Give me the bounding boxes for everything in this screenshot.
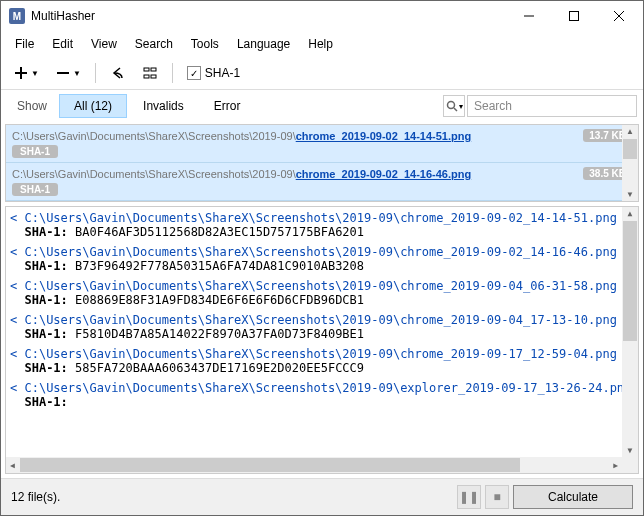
svg-rect-10 — [151, 75, 156, 78]
dropdown-icon: ▾ — [459, 102, 463, 111]
svg-rect-9 — [144, 75, 149, 78]
menu-file[interactable]: File — [7, 33, 42, 55]
file-name[interactable]: chrome_2019-09-02_14-16-46.png — [296, 168, 471, 180]
hash-entry: < C:\Users\Gavin\Documents\ShareX\Screen… — [10, 313, 634, 341]
hash-value: F5810D4B7A85A14022F8970A37FA0D73F8409BE1 — [75, 327, 364, 341]
menu-language[interactable]: Language — [229, 33, 298, 55]
hash-path[interactable]: C:\Users\Gavin\Documents\ShareX\Screensh… — [24, 245, 616, 259]
menu-tools[interactable]: Tools — [183, 33, 227, 55]
tab-invalids[interactable]: Invalids — [129, 95, 198, 117]
maximize-button[interactable] — [551, 2, 596, 30]
scroll-right-icon[interactable]: ▶ — [609, 461, 622, 470]
undo-button[interactable] — [104, 61, 132, 85]
hash-entry: < C:\Users\Gavin\Documents\ShareX\Screen… — [10, 211, 634, 239]
scroll-thumb[interactable] — [20, 458, 520, 472]
file-path: C:\Users\Gavin\Documents\ShareX\Screensh… — [12, 130, 296, 142]
tab-all[interactable]: All (12) — [59, 94, 127, 118]
hash-checkbox[interactable]: ✓ SHA-1 — [187, 66, 240, 80]
hash-label: SHA-1: — [24, 293, 67, 307]
hash-label: SHA-1: — [24, 327, 67, 341]
calculate-button[interactable]: Calculate — [513, 485, 633, 509]
scroll-down-icon[interactable]: ▼ — [626, 444, 635, 457]
app-icon: M — [9, 8, 25, 24]
hash-badge: SHA-1 — [12, 145, 58, 158]
hash-path[interactable]: C:\Users\Gavin\Documents\ShareX\Screensh… — [24, 279, 616, 293]
scroll-up-icon[interactable]: ▲ — [624, 125, 636, 138]
hash-entry: < C:\Users\Gavin\Documents\ShareX\Screen… — [10, 279, 634, 307]
menu-edit[interactable]: Edit — [44, 33, 81, 55]
menu-help[interactable]: Help — [300, 33, 341, 55]
scroll-corner — [622, 457, 638, 473]
hash-badge: SHA-1 — [12, 183, 58, 196]
add-button[interactable]: ▼ — [7, 61, 45, 85]
hash-value: E08869E88F31A9FD834DE6F6E6F6D6CFDB96DCB1 — [75, 293, 364, 307]
search-icon-button[interactable]: ▾ — [443, 95, 465, 117]
hash-path[interactable]: C:\Users\Gavin\Documents\ShareX\Screensh… — [24, 347, 616, 361]
menubar: File Edit View Search Tools Language Hel… — [1, 31, 643, 57]
hash-entry: < C:\Users\Gavin\Documents\ShareX\Screen… — [10, 347, 634, 375]
dropdown-icon: ▼ — [31, 69, 39, 78]
filter-row: Show All (12) Invalids Error ▾ Search — [1, 90, 643, 122]
file-row[interactable]: C:\Users\Gavin\Documents\ShareX\Screensh… — [6, 163, 638, 201]
scroll-thumb[interactable] — [623, 221, 637, 341]
hash-value: BA0F46AF3D5112568D82A3EC15D757175BFA6201 — [75, 225, 364, 239]
hash-label: SHA-1: — [24, 225, 67, 239]
hash-entry: < C:\Users\Gavin\Documents\ShareX\Screen… — [10, 381, 634, 409]
file-list: C:\Users\Gavin\Documents\ShareX\Screensh… — [5, 124, 639, 202]
window-title: MultiHasher — [31, 9, 506, 23]
file-row[interactable]: C:\Users\Gavin\Documents\ShareX\Screensh… — [6, 125, 638, 163]
file-count: 12 file(s). — [11, 490, 457, 504]
svg-rect-1 — [569, 12, 578, 21]
scroll-down-icon[interactable]: ▼ — [624, 188, 636, 201]
search-input[interactable]: Search — [467, 95, 637, 117]
hash-vscrollbar[interactable]: ▲ ▼ — [622, 207, 638, 457]
scroll-thumb[interactable] — [623, 139, 637, 159]
checkmark-icon: ✓ — [187, 66, 201, 80]
menu-view[interactable]: View — [83, 33, 125, 55]
statusbar: 12 file(s). ❚❚ ■ Calculate — [1, 478, 643, 515]
tab-error[interactable]: Error — [200, 95, 255, 117]
separator — [172, 63, 173, 83]
minimize-button[interactable] — [506, 2, 551, 30]
stop-button[interactable]: ■ — [485, 485, 509, 509]
hash-label: SHA-1 — [205, 66, 240, 80]
menu-search[interactable]: Search — [127, 33, 181, 55]
file-path: C:\Users\Gavin\Documents\ShareX\Screensh… — [12, 168, 296, 180]
hash-label: SHA-1: — [24, 259, 67, 273]
filelist-scrollbar[interactable]: ▲ ▼ — [622, 125, 638, 201]
hash-hscrollbar[interactable]: ◀ ▶ — [6, 457, 622, 473]
close-button[interactable] — [596, 2, 641, 30]
show-label: Show — [7, 95, 57, 117]
svg-point-11 — [447, 102, 454, 109]
svg-rect-7 — [144, 68, 149, 71]
scroll-up-icon[interactable]: ▲ — [626, 207, 635, 220]
svg-line-12 — [454, 108, 457, 111]
hash-path[interactable]: C:\Users\Gavin\Documents\ShareX\Screensh… — [24, 211, 616, 225]
hash-entry: < C:\Users\Gavin\Documents\ShareX\Screen… — [10, 245, 634, 273]
separator — [95, 63, 96, 83]
pause-button[interactable]: ❚❚ — [457, 485, 481, 509]
hash-label: SHA-1: — [24, 361, 67, 375]
scroll-left-icon[interactable]: ◀ — [6, 461, 19, 470]
hash-label: SHA-1: — [24, 395, 67, 409]
titlebar: M MultiHasher — [1, 1, 643, 31]
hash-pane: < C:\Users\Gavin\Documents\ShareX\Screen… — [5, 206, 639, 474]
toolbar: ▼ ▼ ✓ SHA-1 — [1, 57, 643, 90]
hash-value: 585FA720BAAA6063437DE17169E2D020EE5FCCC9 — [75, 361, 364, 375]
hash-path[interactable]: C:\Users\Gavin\Documents\ShareX\Screensh… — [24, 313, 616, 327]
settings-button[interactable] — [136, 61, 164, 85]
hash-value: B73F96492F778A50315A6FA74DA81C9010AB3208 — [75, 259, 364, 273]
remove-button[interactable]: ▼ — [49, 61, 87, 85]
svg-rect-8 — [151, 68, 156, 71]
hash-path[interactable]: C:\Users\Gavin\Documents\ShareX\Screensh… — [24, 381, 631, 395]
dropdown-icon: ▼ — [73, 69, 81, 78]
file-name[interactable]: chrome_2019-09-02_14-14-51.png — [296, 130, 471, 142]
